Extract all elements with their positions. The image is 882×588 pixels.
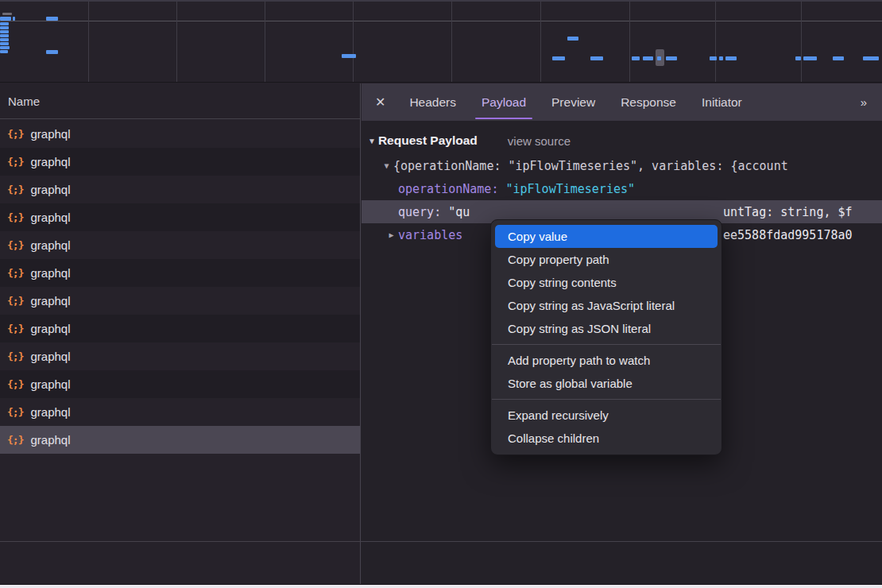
tree-row-operation-name[interactable]: operationName: "ipFlowTimeseries": [362, 177, 882, 200]
json-icon: {;}: [7, 267, 23, 279]
name-column-label: Name: [8, 95, 40, 108]
request-list: {;}graphql{;}graphql{;}graphql{;}graphql…: [0, 120, 360, 454]
property-value-end: ee5588fdad995178a0: [723, 223, 853, 246]
menu-item-collapse-children[interactable]: Collapse children: [491, 427, 721, 450]
tab-list: HeadersPayloadPreviewResponseInitiator: [397, 83, 844, 121]
request-row[interactable]: {;}graphql: [0, 176, 360, 203]
menu-item-copy-string-contents[interactable]: Copy string contents: [491, 271, 721, 294]
tab-response[interactable]: Response: [608, 83, 689, 121]
waterfall-bar: [0, 26, 9, 29]
request-row[interactable]: {;}graphql: [0, 120, 360, 148]
grid-line: [265, 2, 265, 82]
collapsed-icon[interactable]: ▶: [385, 230, 398, 239]
menu-separator: [492, 344, 721, 345]
menu-item-add-property-path-to-watch[interactable]: Add property path to watch: [491, 349, 721, 372]
request-name: graphql: [30, 266, 70, 280]
overview-baseline: [0, 21, 882, 21]
tab-bar: ✕ HeadersPayloadPreviewResponseInitiator…: [362, 83, 882, 121]
waterfall-bar: [643, 56, 653, 60]
request-name: graphql: [30, 294, 70, 308]
tab-preview[interactable]: Preview: [539, 83, 608, 121]
request-row[interactable]: {;}graphql: [0, 398, 360, 426]
grid-line: [715, 2, 716, 82]
request-row[interactable]: {;}graphql: [0, 203, 360, 231]
waterfall-bar: [710, 56, 717, 60]
request-row[interactable]: {;}graphql: [0, 287, 360, 315]
request-row[interactable]: {;}graphql: [0, 259, 360, 287]
json-icon: {;}: [7, 323, 23, 335]
close-icon[interactable]: ✕: [362, 83, 397, 121]
waterfall-bar: [46, 50, 58, 54]
waterfall-bar: [0, 22, 9, 25]
json-icon: {;}: [7, 156, 23, 168]
json-icon: {;}: [7, 434, 23, 446]
request-name: graphql: [30, 183, 70, 196]
request-row[interactable]: {;}graphql: [0, 315, 360, 342]
json-icon: {;}: [7, 184, 23, 195]
name-column-header[interactable]: Name: [0, 83, 360, 119]
request-name: graphql: [30, 127, 70, 141]
grid-line: [176, 2, 177, 82]
tab-headers[interactable]: Headers: [397, 83, 469, 121]
request-name: graphql: [30, 238, 70, 252]
property-key: operationName:: [398, 182, 505, 196]
request-name: graphql: [30, 377, 70, 391]
request-row[interactable]: {;}graphql: [0, 231, 360, 259]
context-menu: Copy valueCopy property pathCopy string …: [490, 219, 722, 455]
menu-separator: [492, 399, 721, 400]
property-value-start: "qu: [448, 205, 470, 219]
property-value-end: untTag: string, $f: [723, 200, 853, 223]
request-list-panel: Name {;}graphql{;}graphql{;}graphql{;}gr…: [0, 83, 361, 584]
request-name: graphql: [30, 322, 70, 335]
json-icon: {;}: [7, 239, 23, 251]
json-icon: {;}: [7, 350, 23, 362]
waterfall-bar: [0, 38, 9, 41]
tab-initiator[interactable]: Initiator: [689, 83, 755, 121]
request-row[interactable]: {;}graphql: [0, 342, 360, 370]
grid-line: [451, 2, 452, 82]
grid-line: [353, 2, 354, 82]
waterfall-bar: [0, 42, 9, 45]
waterfall-bar: [666, 56, 677, 60]
json-icon: {;}: [7, 128, 23, 140]
waterfall-bar: [0, 30, 9, 33]
network-overview[interactable]: [0, 0, 882, 83]
waterfall-bar: [657, 56, 661, 60]
json-icon: {;}: [7, 406, 23, 418]
expand-icon[interactable]: ▼: [380, 161, 393, 170]
waterfall-bar: [0, 50, 8, 53]
request-name: graphql: [30, 211, 70, 224]
footer-divider: [0, 541, 882, 542]
menu-item-copy-property-path[interactable]: Copy property path: [491, 248, 721, 271]
request-row[interactable]: {;}graphql: [0, 370, 360, 398]
waterfall-bar: [552, 56, 565, 60]
request-row[interactable]: {;}graphql: [0, 426, 360, 454]
waterfall-bar: [795, 56, 801, 60]
overflow-tabs-icon[interactable]: »: [845, 83, 882, 121]
section-title: Request Payload: [378, 133, 478, 148]
menu-item-copy-string-as-javascript-literal[interactable]: Copy string as JavaScript literal: [491, 294, 721, 317]
waterfall-bar: [342, 54, 356, 58]
waterfall-bar: [719, 56, 723, 60]
section-collapse-icon[interactable]: ▼: [368, 137, 376, 145]
waterfall-bar: [567, 37, 578, 41]
waterfall-bar: [0, 46, 10, 49]
menu-item-copy-value[interactable]: Copy value: [495, 225, 718, 248]
waterfall-bar: [590, 56, 603, 60]
waterfall-bar: [632, 56, 640, 60]
request-payload-header[interactable]: ▼ Request Payload view source: [362, 121, 882, 154]
json-icon: {;}: [7, 378, 23, 390]
waterfall-bar: [2, 13, 12, 15]
menu-item-store-as-global-variable[interactable]: Store as global variable: [491, 372, 721, 395]
view-source-link[interactable]: view source: [508, 134, 571, 148]
request-name: graphql: [30, 405, 70, 419]
request-name: graphql: [30, 433, 70, 447]
menu-item-expand-recursively[interactable]: Expand recursively: [491, 404, 721, 427]
tree-row-root[interactable]: ▼ {operationName: "ipFlowTimeseries", va…: [362, 154, 882, 177]
grid-line: [540, 2, 541, 82]
tab-payload[interactable]: Payload: [469, 83, 539, 121]
request-row[interactable]: {;}graphql: [0, 148, 360, 176]
json-icon: {;}: [7, 295, 23, 307]
menu-item-copy-string-as-json-literal[interactable]: Copy string as JSON literal: [491, 317, 721, 340]
property-value: "ipFlowTimeseries": [505, 182, 635, 196]
